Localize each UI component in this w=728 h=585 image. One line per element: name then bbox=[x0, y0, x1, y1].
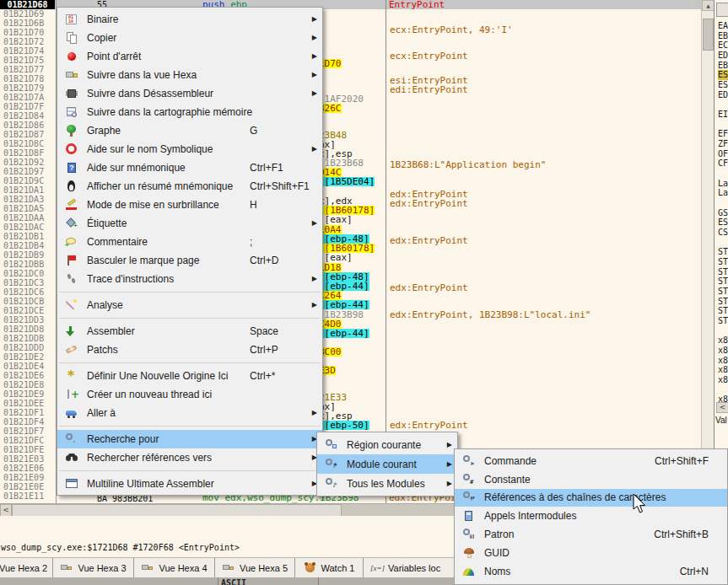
address-row[interactable]: 01B21DE6 bbox=[0, 371, 55, 380]
address-row[interactable]: 01B21D69 bbox=[0, 9, 55, 19]
tab-hex-view-2[interactable]: Vue Hexa 2 bbox=[0, 558, 53, 578]
register-label[interactable]: x8 bbox=[718, 365, 728, 375]
tab-hex-view-4[interactable]: Vue Hexa 4 bbox=[134, 558, 215, 578]
address-row[interactable]: 01B21D79 bbox=[0, 83, 55, 93]
register-label[interactable]: ES bbox=[718, 217, 728, 228]
menu-item-help-symbol[interactable]: Aide sur le nom Symbolique▶ bbox=[57, 140, 322, 158]
register-label[interactable]: ED bbox=[718, 90, 728, 100]
address-row[interactable]: 01B21D74 bbox=[0, 46, 55, 56]
address-row[interactable]: 01B21DC0 bbox=[0, 269, 55, 278]
menu-item-comment[interactable]: Commentaire; bbox=[57, 233, 322, 251]
registers-scroll-left-icon[interactable]: < bbox=[716, 402, 728, 413]
address-row[interactable]: 01B21DA5 bbox=[0, 204, 55, 213]
menu-item-intermodular-calls[interactable]: Appels Intermodules bbox=[455, 507, 727, 525]
address-row[interactable]: 01B21D7F bbox=[0, 102, 55, 111]
register-label[interactable]: EA bbox=[718, 21, 728, 31]
address-row[interactable]: 01B21DE4 bbox=[0, 362, 55, 371]
address-row[interactable]: 01B21D6B bbox=[0, 19, 55, 28]
menu-item-highlight-mode[interactable]: Mode de mise en surbrillanceH bbox=[57, 196, 322, 214]
menu-item-all-modules[interactable]: Tous les Modules▶ bbox=[317, 474, 457, 493]
register-label[interactable]: ST bbox=[718, 287, 728, 297]
address-row[interactable]: 01B21D70 bbox=[0, 28, 55, 37]
register-label[interactable]: ST bbox=[718, 316, 728, 326]
menu-item-patch[interactable]: PatchsCtrl+P bbox=[57, 341, 322, 359]
address-row[interactable]: 01B21DA3 bbox=[0, 195, 55, 204]
register-label[interactable]: ST bbox=[718, 247, 728, 257]
menu-item-search-for[interactable]: Recherche pour▶ bbox=[57, 430, 322, 448]
address-row[interactable]: 01B21D87 bbox=[0, 130, 55, 139]
menu-item-constant[interactable]: Constante bbox=[455, 470, 727, 489]
address-row[interactable]: 01B21D84 bbox=[0, 111, 55, 121]
register-label[interactable]: x8 bbox=[718, 346, 728, 356]
menu-item-current-module[interactable]: Module courant▶ bbox=[317, 454, 457, 474]
menu-item-trace[interactable]: Trace d'instructions▶ bbox=[57, 270, 322, 288]
address-row[interactable]: 01B21E03 bbox=[0, 454, 55, 464]
register-label[interactable]: CF bbox=[718, 158, 728, 169]
menu-item-pattern[interactable]: PatronCtrl+Shift+B bbox=[455, 525, 727, 544]
address-row[interactable]: 01B21E06 bbox=[0, 464, 55, 473]
register-label[interactable]: La bbox=[718, 188, 728, 198]
menu-item-find-references[interactable]: Rechercher références vers▶ bbox=[57, 448, 322, 467]
address-row[interactable]: 01B21DD8 bbox=[0, 325, 55, 334]
address-row[interactable]: 01B21DE8 bbox=[0, 380, 55, 389]
address-row[interactable]: 01B21D72 bbox=[0, 37, 55, 46]
menu-item-follow-dump[interactable]: Suivre dans la vue Hexa▶ bbox=[57, 66, 322, 84]
register-label[interactable]: ZF bbox=[718, 139, 728, 149]
menu-item-binary[interactable]: Binaire▶ bbox=[57, 10, 322, 29]
menu-item-analysis[interactable]: Analyse▶ bbox=[57, 296, 322, 314]
address-row[interactable]: 01B21DE9 bbox=[0, 389, 55, 399]
menu-item-follow-disasm[interactable]: Suivre dans Désassembleur▶ bbox=[57, 84, 322, 103]
register-label[interactable]: ED bbox=[718, 51, 728, 61]
address-row[interactable]: 01B21DAA bbox=[0, 213, 55, 223]
address-row[interactable]: 01B21D7A bbox=[0, 93, 55, 102]
address-row[interactable]: 01B21DBB bbox=[0, 260, 55, 269]
address-row[interactable]: 01B21DF4 bbox=[0, 417, 55, 427]
register-label[interactable]: ES bbox=[718, 70, 728, 80]
menu-item-assemble[interactable]: AssemblerSpace bbox=[57, 322, 322, 341]
address-row[interactable]: 01B21D78 bbox=[0, 74, 55, 83]
menu-item-mnemonic-brief[interactable]: Afficher un résumé mnémoniqueCtrl+Shift+… bbox=[57, 177, 322, 196]
register-label[interactable]: ST bbox=[718, 276, 728, 287]
address-row[interactable]: 01B21D92 bbox=[0, 158, 55, 167]
address-row[interactable]: 01B21DEE bbox=[0, 399, 55, 408]
menu-item-command[interactable]: CommandeCtrl+Shift+F bbox=[455, 452, 727, 470]
register-label[interactable]: EI bbox=[718, 110, 728, 120]
registers-header-button[interactable] bbox=[716, 3, 728, 17]
address-row[interactable]: 01B21D97 bbox=[0, 167, 55, 176]
scroll-up-icon[interactable]: ▲ bbox=[702, 0, 715, 11]
scroll-left-icon[interactable]: < bbox=[0, 504, 12, 517]
menu-item-current-region[interactable]: Région courante▶ bbox=[317, 435, 457, 454]
address-row[interactable]: 01B21D8F bbox=[0, 148, 55, 158]
menu-item-multiline-asm[interactable]: Multiline Ultimate Assembler▶ bbox=[57, 475, 322, 493]
tab-watch-1[interactable]: Watch 1 bbox=[295, 558, 364, 578]
address-row[interactable]: 01B21DCE bbox=[0, 306, 55, 315]
register-label[interactable]: EC bbox=[718, 40, 728, 51]
address-row[interactable]: 01B21DFC bbox=[0, 436, 55, 445]
address-row[interactable]: 01B21DAC bbox=[0, 223, 55, 232]
menu-item-help-mnemonic[interactable]: Aide sur mnémoniqueCtrl+F1 bbox=[57, 158, 322, 177]
address-row[interactable]: 01B21E09 bbox=[0, 473, 55, 482]
register-label[interactable]: CS bbox=[718, 228, 728, 238]
address-row[interactable]: 01B21D8C bbox=[0, 139, 55, 148]
menu-item-bookmark[interactable]: Basculer le marque pageCtrl+D bbox=[57, 251, 322, 270]
address-row[interactable]: 01B21DDD bbox=[0, 343, 55, 352]
address-row[interactable]: 01B21D9C bbox=[0, 176, 55, 185]
register-label[interactable]: EF bbox=[718, 129, 728, 139]
address-row[interactable]: 01B21DD3 bbox=[0, 315, 55, 325]
address-row[interactable]: 01B21DDB bbox=[0, 334, 55, 343]
vertical-scrollbar[interactable]: ▲ bbox=[701, 0, 715, 503]
menu-item-goto[interactable]: Aller à▶ bbox=[57, 404, 322, 422]
address-row[interactable]: 01B21DB1 bbox=[0, 232, 55, 241]
address-row[interactable]: 01B21DB4 bbox=[0, 241, 55, 250]
address-row[interactable]: 01B21DF7 bbox=[0, 427, 55, 436]
menu-item-copy[interactable]: Copier▶ bbox=[57, 29, 322, 47]
register-label[interactable]: ST bbox=[718, 306, 728, 316]
register-label[interactable]: ES bbox=[718, 80, 728, 90]
address-row[interactable]: 01B21DA1 bbox=[0, 185, 55, 195]
menu-item-follow-memmap[interactable]: Suivre dans la cartographie mémoire bbox=[57, 103, 322, 121]
tab-hex-view-3[interactable]: Vue Hexa 3 bbox=[53, 558, 134, 578]
address-row[interactable]: 01B21D68 bbox=[0, 0, 55, 9]
register-label[interactable]: ST bbox=[718, 257, 728, 267]
menu-item-string-references[interactable]: Références à des chaînes de caractères bbox=[455, 489, 727, 507]
address-row[interactable]: 01B21DE2 bbox=[0, 352, 55, 362]
